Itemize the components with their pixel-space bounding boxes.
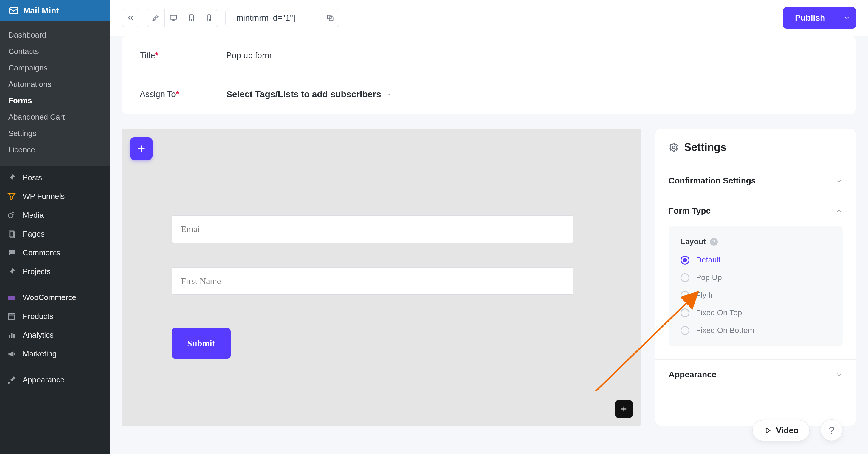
video-label: Video (776, 426, 799, 435)
section-appearance-toggle[interactable]: Appearance (655, 360, 856, 390)
sidebar-item-automations[interactable]: Automations (0, 76, 110, 92)
add-block-button[interactable] (130, 137, 153, 160)
preview-tablet-button[interactable] (182, 9, 200, 27)
section-confirmation: Confirmation Settings (655, 166, 856, 196)
layout-option-flyin[interactable]: Fly In (681, 290, 831, 300)
sidebar-item-analytics[interactable]: Analytics (0, 326, 110, 344)
assign-label: Assign To* (140, 89, 226, 99)
sidebar-item-posts[interactable]: Posts (0, 168, 110, 187)
help-icon[interactable]: ? (710, 238, 718, 246)
woo-icon (6, 293, 17, 302)
collapse-button[interactable] (122, 9, 140, 27)
sidebar-item-contacts[interactable]: Contacts (0, 43, 110, 60)
radio-label: Fixed On Top (696, 308, 742, 317)
sidebar-item-label: Appearance (23, 375, 64, 385)
main: Publish Title* Pop up form Assign To* Se… (110, 0, 868, 454)
sidebar-item-marketing[interactable]: Marketing (0, 344, 110, 363)
svg-rect-6 (8, 313, 15, 315)
sidebar-item-label: Pages (23, 229, 45, 238)
sidebar-item-label: Projects (23, 267, 51, 276)
sidebar-item-comments[interactable]: Comments (0, 244, 110, 262)
radio-label: Fixed On Bottom (696, 326, 754, 335)
help-button[interactable]: ? (821, 419, 842, 441)
svg-point-12 (191, 20, 191, 20)
media-icon (6, 211, 17, 220)
plus-icon (620, 405, 628, 413)
sidebar-item-forms[interactable]: Forms (0, 92, 110, 109)
device-preview-group (147, 9, 218, 27)
form-preview: Submit (172, 216, 574, 359)
inspector-title: Settings (684, 141, 726, 153)
sidebar-item-label: Marketing (23, 349, 57, 359)
plus-icon (136, 143, 147, 154)
svg-rect-5 (9, 315, 14, 319)
shortcode-input[interactable] (226, 9, 321, 27)
preview-mobile-button[interactable] (200, 9, 218, 27)
section-form-type-toggle[interactable]: Form Type (655, 196, 856, 226)
edit-button[interactable] (147, 9, 164, 27)
mobile-icon (205, 14, 213, 22)
sidebar-item-products[interactable]: Products (0, 307, 110, 326)
copy-icon (326, 14, 335, 22)
sidebar-item-media[interactable]: Media (0, 206, 110, 225)
publish-button[interactable]: Publish (783, 7, 837, 29)
add-block-bottom-button[interactable] (615, 400, 632, 418)
svg-point-14 (209, 20, 209, 20)
sidebar-item-woocommerce[interactable]: WooCommerce (0, 288, 110, 307)
svg-rect-10 (170, 15, 177, 19)
gear-icon (669, 142, 679, 152)
section-confirmation-toggle[interactable]: Confirmation Settings (655, 166, 856, 196)
bars-icon (6, 331, 17, 340)
submit-button[interactable]: Submit (172, 328, 231, 359)
svg-rect-4 (8, 295, 16, 300)
sidebar-item-projects[interactable]: Projects (0, 262, 110, 281)
radio-icon (681, 326, 689, 335)
email-field[interactable] (172, 216, 574, 243)
svg-rect-8 (11, 333, 12, 338)
radio-label: Pop Up (696, 273, 722, 282)
layout-option-fixed-top[interactable]: Fixed On Top (681, 308, 831, 317)
sidebar-item-pages[interactable]: Pages (0, 225, 110, 244)
sidebar-item-wpfunnels[interactable]: WP Funnels (0, 187, 110, 206)
layout-options: Default Pop Up Fly In Fixed On Top Fixed… (681, 255, 831, 335)
nav-secondary: Posts WP Funnels Media Pages Comments Pr… (0, 166, 110, 392)
assign-select[interactable]: Select Tags/Lists to add subscribers (226, 89, 393, 99)
assign-placeholder: Select Tags/Lists to add subscribers (226, 89, 381, 99)
title-row: Title* Pop up form (122, 36, 856, 75)
sidebar-item-label: Analytics (23, 331, 54, 340)
chevrons-left-icon (126, 14, 135, 22)
sidebar-item-appearance[interactable]: Appearance (0, 370, 110, 389)
radio-icon (681, 308, 689, 317)
sidebar-item-label: Products (23, 312, 53, 321)
sidebar-item-settings[interactable]: Settings (0, 125, 110, 142)
title-label: Title* (140, 51, 226, 60)
chevron-down-icon (836, 177, 843, 185)
pin-icon (6, 267, 17, 276)
archive-icon (6, 312, 17, 321)
sidebar-item-label: WP Funnels (23, 192, 65, 201)
sidebar-item-dashboard[interactable]: Dashboard (0, 27, 110, 43)
layout-option-popup[interactable]: Pop Up (681, 273, 831, 282)
layout-option-default[interactable]: Default (681, 255, 831, 264)
first-name-field[interactable] (172, 267, 574, 295)
sidebar-item-campaigns[interactable]: Campaigns (0, 60, 110, 76)
brand[interactable]: Mail Mint (0, 0, 110, 22)
title-value[interactable]: Pop up form (226, 51, 272, 60)
preview-desktop-button[interactable] (164, 9, 182, 27)
section-form-type: Form Type Layout ? Default (655, 196, 856, 360)
video-help-button[interactable]: Video (752, 420, 810, 441)
publish-dropdown-button[interactable] (837, 7, 856, 29)
form-canvas[interactable]: Submit (122, 129, 641, 426)
form-meta-card: Title* Pop up form Assign To* Select Tag… (122, 36, 856, 114)
pin-icon (6, 173, 17, 182)
tablet-icon (187, 14, 195, 22)
desktop-icon (169, 14, 178, 22)
sidebar-item-licence[interactable]: Licence (0, 142, 110, 158)
assign-row: Assign To* Select Tags/Lists to add subs… (122, 75, 856, 114)
copy-shortcode-button[interactable] (321, 9, 339, 27)
sidebar-item-abandoned-cart[interactable]: Abandoned Cart (0, 109, 110, 125)
play-icon (764, 426, 772, 435)
layout-option-fixed-bottom[interactable]: Fixed On Bottom (681, 326, 831, 335)
help-label: ? (829, 424, 835, 436)
chevron-down-icon (843, 15, 850, 21)
